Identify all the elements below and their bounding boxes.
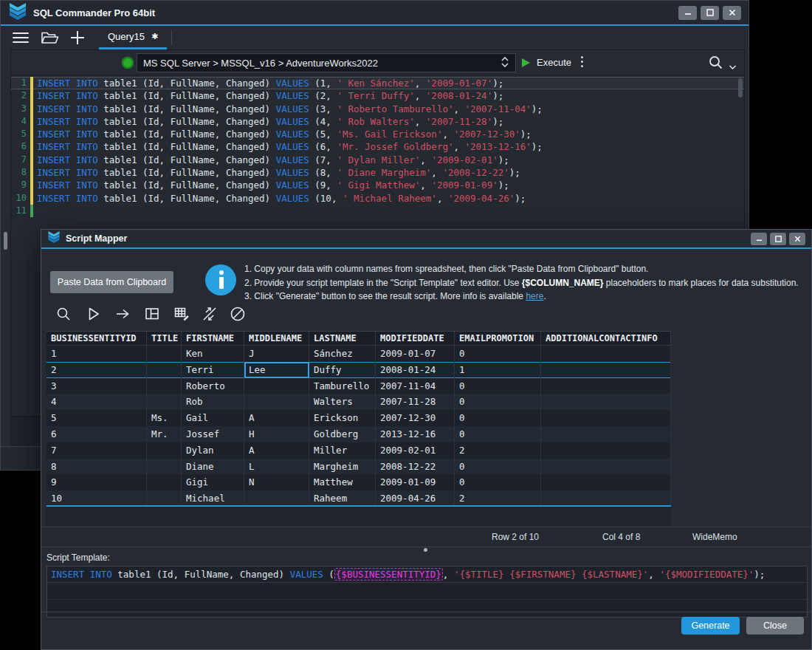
more-options-icon[interactable] <box>581 56 583 67</box>
main-titlebar[interactable]: SQL Commander Pro 64bit <box>1 1 749 26</box>
grid-row[interactable]: 5Ms.GailAErickson2007-12-300 <box>47 410 671 426</box>
grid-cell[interactable]: 0 <box>455 426 541 442</box>
grid-cell[interactable] <box>147 459 182 475</box>
grid-row[interactable]: 7DylanAMiller2009-02-012 <box>47 442 671 459</box>
code-line[interactable]: 1INSERT INTO table1 (Id, FullName, Chang… <box>11 77 744 89</box>
column-header[interactable]: LASTNAME <box>309 332 376 345</box>
search-icon[interactable] <box>55 305 74 324</box>
grid-row[interactable]: 3RobertoTamburello2007-11-040 <box>47 378 671 394</box>
grid-cell[interactable]: Dylan <box>182 442 244 459</box>
open-folder-icon[interactable] <box>41 30 59 46</box>
grid-cell[interactable]: 9 <box>47 474 147 490</box>
grid-row[interactable]: 1KenJSánchez2009-01-070 <box>47 346 671 362</box>
grid-cell[interactable]: 2 <box>455 442 541 459</box>
code-line[interactable]: 10INSERT INTO table1 (Id, FullName, Chan… <box>11 192 744 205</box>
grid-cell[interactable] <box>244 490 309 507</box>
grid-cell[interactable] <box>541 490 671 507</box>
column-header[interactable]: ADDITIONALCONTACTINFO <box>541 332 671 345</box>
grid-cell[interactable]: 2009-04-26 <box>376 490 455 507</box>
grid-cell[interactable] <box>541 426 671 442</box>
grid-cell[interactable]: Miller <box>309 442 376 459</box>
code-line[interactable]: 6INSERT INTO table1 (Id, FullName, Chang… <box>11 140 744 153</box>
grid-cell[interactable]: Gigi <box>182 474 244 490</box>
splitter-grip[interactable] <box>424 548 427 552</box>
grid-cell[interactable]: Erickson <box>309 410 376 426</box>
grid-cell[interactable]: 0 <box>455 394 541 410</box>
code-line[interactable]: 8INSERT INTO table1 (Id, FullName, Chang… <box>11 166 744 179</box>
grid-cell[interactable] <box>244 394 309 410</box>
grid-cell[interactable]: 2009-01-09 <box>376 474 455 490</box>
grid-cell[interactable]: A <box>244 442 309 459</box>
grid-row[interactable]: 10MichaelRaheem2009-04-262 <box>47 490 671 507</box>
vertical-scrollbar-thumb[interactable] <box>738 78 743 98</box>
grid-cell[interactable]: Mr. <box>147 426 182 442</box>
code-line[interactable]: 2INSERT INTO table1 (Id, FullName, Chang… <box>11 89 744 102</box>
grid-cell[interactable]: 6 <box>47 426 147 442</box>
generate-button[interactable]: Generate <box>681 617 740 634</box>
grid-cell[interactable]: 8 <box>47 459 147 475</box>
close-button[interactable] <box>789 233 805 245</box>
grid-cell[interactable]: 5 <box>47 410 147 426</box>
grid-cell[interactable]: 4 <box>47 394 147 410</box>
grid-cell[interactable]: Walters <box>309 394 376 410</box>
script-mapper-titlebar[interactable]: Script Mapper <box>41 230 811 249</box>
grid-cell[interactable]: 0 <box>455 346 541 362</box>
grid-cell[interactable]: 2007-11-04 <box>376 378 455 394</box>
column-header[interactable]: FIRSTNAME <box>182 332 244 345</box>
grid-cell[interactable] <box>147 394 182 410</box>
grid-cell[interactable] <box>147 362 182 378</box>
grid-cell[interactable]: 0 <box>455 459 541 475</box>
maximize-button[interactable] <box>770 233 786 245</box>
edit-table-icon[interactable] <box>173 305 192 324</box>
grid-cell[interactable]: Sánchez <box>309 346 376 362</box>
execute-play-icon[interactable] <box>522 58 530 67</box>
grid-cell[interactable] <box>541 442 671 459</box>
disable-icon[interactable] <box>229 305 248 324</box>
grid-cell[interactable]: Roberto <box>182 378 244 394</box>
grid-cell[interactable]: Rob <box>182 394 244 410</box>
editor-left-scrollbar[interactable] <box>1 49 10 446</box>
vertical-scrollbar-thumb[interactable] <box>4 232 7 250</box>
grid-cell[interactable]: 2009-02-01 <box>376 442 455 459</box>
grid-cell[interactable] <box>541 362 671 378</box>
new-tab-icon[interactable] <box>71 31 84 44</box>
pointer-icon[interactable] <box>84 305 103 324</box>
column-header[interactable]: TITLE <box>147 332 182 345</box>
code-line[interactable]: 7INSERT INTO table1 (Id, FullName, Chang… <box>11 154 744 166</box>
menu-icon[interactable] <box>13 32 29 43</box>
minimize-button[interactable] <box>751 233 767 245</box>
tab-query15[interactable]: Query15 ✱ <box>99 26 167 49</box>
grid-cell[interactable]: 2008-12-22 <box>376 459 455 475</box>
grid-cell[interactable]: Raheem <box>309 490 376 507</box>
execute-button[interactable]: Execute <box>537 50 571 75</box>
grid-cell[interactable] <box>244 378 309 394</box>
remove-sort-icon[interactable] <box>201 305 220 324</box>
grid-cell[interactable]: A <box>244 410 309 426</box>
grid-cell[interactable]: 3 <box>47 378 147 394</box>
arrow-right-icon[interactable] <box>114 305 133 324</box>
grid-cell[interactable] <box>147 442 182 459</box>
grid-cell[interactable]: 2007-12-30 <box>376 410 455 426</box>
grid-cell[interactable]: 0 <box>455 474 541 490</box>
table-layout-icon[interactable] <box>143 305 162 324</box>
code-line[interactable]: 3INSERT INTO table1 (Id, FullName, Chang… <box>11 103 744 115</box>
connection-selector[interactable]: MS SQL Server > MSSQL_v16 > AdventureWor… <box>137 53 516 72</box>
grid-cell[interactable]: 2007-11-28 <box>376 394 455 410</box>
template-code-line[interactable]: INSERT INTO table1 (Id, FullName, Change… <box>47 567 807 583</box>
grid-cell[interactable]: Goldberg <box>309 426 376 442</box>
grid-cell[interactable]: Michael <box>182 490 244 507</box>
code-line[interactable]: 11 <box>11 205 744 217</box>
grid-row[interactable]: 8DianeLMargheim2008-12-220 <box>47 459 671 475</box>
grid-cell[interactable]: J <box>244 346 309 362</box>
grid-row[interactable]: 2TerriLeeDuffy2008-01-241 <box>47 362 671 378</box>
grid-cell[interactable]: Ken <box>182 346 244 362</box>
minimize-button[interactable] <box>678 6 697 20</box>
grid-cell[interactable]: L <box>244 459 309 475</box>
grid-cell[interactable]: Ms. <box>147 410 182 426</box>
grid-cell[interactable]: 0 <box>455 410 541 426</box>
grid-cell[interactable] <box>541 378 671 394</box>
grid-cell[interactable]: 1 <box>455 362 541 378</box>
grid-cell[interactable]: Matthew <box>309 474 376 490</box>
template-empty-line[interactable] <box>47 583 807 600</box>
grid-cell[interactable] <box>147 474 182 490</box>
